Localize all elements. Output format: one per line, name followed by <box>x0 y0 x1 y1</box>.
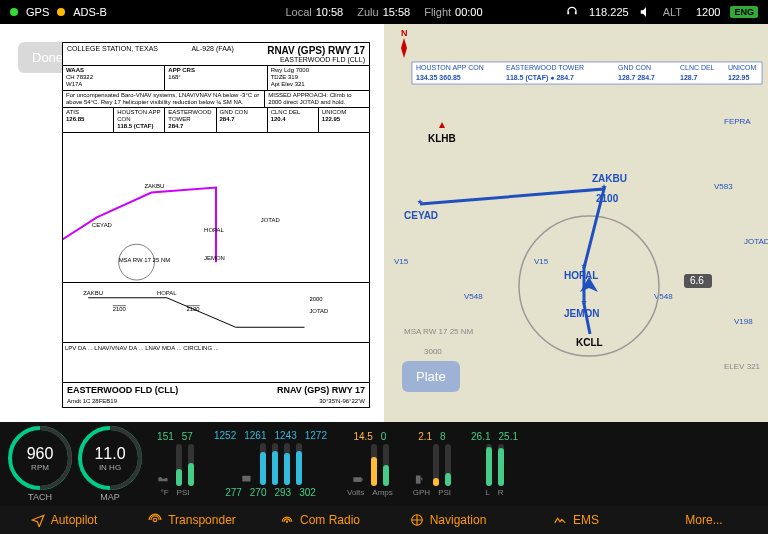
com-radio-button[interactable]: Com Radio <box>256 506 384 534</box>
svg-text:V583: V583 <box>714 182 733 191</box>
svg-text:HOPAL: HOPAL <box>564 270 598 281</box>
egt-4: 1272 <box>305 430 327 441</box>
com-label: Com Radio <box>300 513 360 527</box>
svg-text:N: N <box>401 28 408 38</box>
plate-al: AL-928 (FAA) <box>191 45 233 63</box>
egt-1: 1252 <box>214 430 236 441</box>
svg-text:ZAKBU: ZAKBU <box>83 289 103 295</box>
egt-2: 1261 <box>244 430 266 441</box>
fuel-l-label: L <box>485 488 489 497</box>
plate-rwy-ldg: 7000 <box>296 67 309 73</box>
svg-text:FEPRA: FEPRA <box>724 117 751 126</box>
map-freq-boxes: HOUSTON APP CON134.35 360.85 EASTERWOOD … <box>412 62 762 84</box>
plate-note: For uncompensated Baro-VNAV systems, LNA… <box>63 91 265 107</box>
navigation-button[interactable]: Navigation <box>384 506 512 534</box>
svg-text:HOPAL: HOPAL <box>204 227 224 233</box>
com-icon <box>280 513 294 527</box>
oil-psi: 57 <box>182 431 193 442</box>
amps-label: Amps <box>372 488 392 497</box>
ems-button[interactable]: EMS <box>512 506 640 534</box>
volts: 14.5 <box>353 431 372 442</box>
flight-time: 00:00 <box>455 6 483 18</box>
svg-text:ELEV 321: ELEV 321 <box>724 362 761 371</box>
more-button[interactable]: More... <box>640 506 768 534</box>
approach-plate-pane[interactable]: Done COLLEGE STATION, TEXAS AL-928 (FAA)… <box>0 24 384 422</box>
svg-text:KCLL: KCLL <box>576 337 603 348</box>
fuel-psi: 8 <box>440 431 446 442</box>
gps-status-dot <box>10 8 18 16</box>
svg-rect-56 <box>416 476 421 484</box>
fuel-flow-group: 2.1 8 GPH PSI <box>413 431 451 497</box>
plate-title: RNAV (GPS) RWY 17 <box>267 45 365 56</box>
autopilot-icon <box>31 513 45 527</box>
svg-text:HOUSTON APP CON: HOUSTON APP CON <box>416 64 484 71</box>
cht-1: 277 <box>225 487 242 498</box>
gph-label: GPH <box>413 488 430 497</box>
fuel-pump-icon <box>413 472 427 486</box>
svg-point-57 <box>153 518 157 522</box>
svg-text:V548: V548 <box>654 292 673 301</box>
plate-waas-ch: CH 78322 <box>66 74 93 80</box>
oil-icon <box>156 472 170 486</box>
gps-label: GPS <box>26 6 49 18</box>
bottom-toolbar: Autopilot Transponder Com Radio Navigati… <box>0 506 768 534</box>
cht-egt-group: 1252 1261 1243 1272 277 270 293 302 <box>214 430 327 498</box>
map-value: 11.0 <box>94 445 125 463</box>
plate-button[interactable]: Plate <box>402 361 460 392</box>
svg-text:V198: V198 <box>734 317 753 326</box>
svg-text:EASTERWOOD TOWER: EASTERWOOD TOWER <box>506 64 584 71</box>
plate-location: COLLEGE STATION, TEXAS <box>67 45 158 63</box>
svg-text:MSA RW 17 25 NM: MSA RW 17 25 NM <box>404 327 474 336</box>
top-status-bar: GPS ADS-B Local10:58 Zulu15:58 Flight00:… <box>0 0 768 24</box>
svg-text:2100: 2100 <box>187 305 201 311</box>
audio-icon <box>639 5 653 19</box>
svg-text:118.5 (CTAF) ● 284.7: 118.5 (CTAF) ● 284.7 <box>506 74 574 82</box>
battery-icon <box>351 472 365 486</box>
map-pane[interactable]: V15 V15 V548 V548 FEPRA V583 V198 JOTAD … <box>384 24 768 422</box>
nav-icon <box>410 513 424 527</box>
adsb-status-dot <box>57 8 65 16</box>
svg-text:JOTAD: JOTAD <box>309 307 328 313</box>
svg-text:128.7 284.7: 128.7 284.7 <box>618 74 655 81</box>
oil-temp: 151 <box>157 431 174 442</box>
tach-gauge: 960 RPM <box>8 426 72 490</box>
svg-text:122.95: 122.95 <box>728 74 750 81</box>
svg-text:JEMON: JEMON <box>204 255 225 261</box>
plate-missed: MISSED APPROACH: Climb to 2000 direct JO… <box>265 91 369 107</box>
plate-waas-id: W17A <box>66 81 82 87</box>
approach-plate: COLLEGE STATION, TEXAS AL-928 (FAA) RNAV… <box>62 42 370 408</box>
svg-text:KLHB: KLHB <box>428 133 456 144</box>
amps: 0 <box>381 431 387 442</box>
headset-icon <box>565 5 579 19</box>
svg-text:CEYAD: CEYAD <box>404 210 438 221</box>
plate-appcon: 118.5 (CTAF) <box>117 123 153 129</box>
ems-icon <box>553 513 567 527</box>
plate-apt-elev: 321 <box>295 81 305 87</box>
com-freq: 118.225 <box>589 6 629 18</box>
tach-value: 960 <box>27 445 54 463</box>
svg-text:2100: 2100 <box>596 193 619 204</box>
map-gauge: 11.0 IN HG <box>78 426 142 490</box>
flight-label: Flight <box>424 6 451 18</box>
plate-gnd: 284.7 <box>220 116 235 122</box>
svg-text:128.7: 128.7 <box>680 74 698 81</box>
transponder-button[interactable]: Transponder <box>128 506 256 534</box>
svg-point-58 <box>286 521 287 522</box>
plate-tdze: 319 <box>288 74 298 80</box>
svg-text:JOTAD: JOTAD <box>744 237 768 246</box>
autopilot-button[interactable]: Autopilot <box>0 506 128 534</box>
tach-unit: RPM <box>31 463 49 472</box>
map-unit: IN HG <box>99 463 121 472</box>
plate-minimums: LPV DA ... LNAV/VNAV DA ... LNAV MDA ...… <box>63 343 369 383</box>
local-label: Local <box>285 6 311 18</box>
oil-psi-unit: PSI <box>177 488 190 497</box>
svg-text:3000: 3000 <box>424 347 442 356</box>
volts-label: Volts <box>347 488 364 497</box>
svg-text:JOTAD: JOTAD <box>261 217 281 223</box>
alt-label: ALT <box>663 6 682 18</box>
svg-text:GND CON: GND CON <box>618 64 651 71</box>
svg-text:CLNC DEL: CLNC DEL <box>680 64 715 71</box>
egt-3: 1243 <box>275 430 297 441</box>
transponder-label: Transponder <box>168 513 236 527</box>
zulu-time: 15:58 <box>383 6 411 18</box>
